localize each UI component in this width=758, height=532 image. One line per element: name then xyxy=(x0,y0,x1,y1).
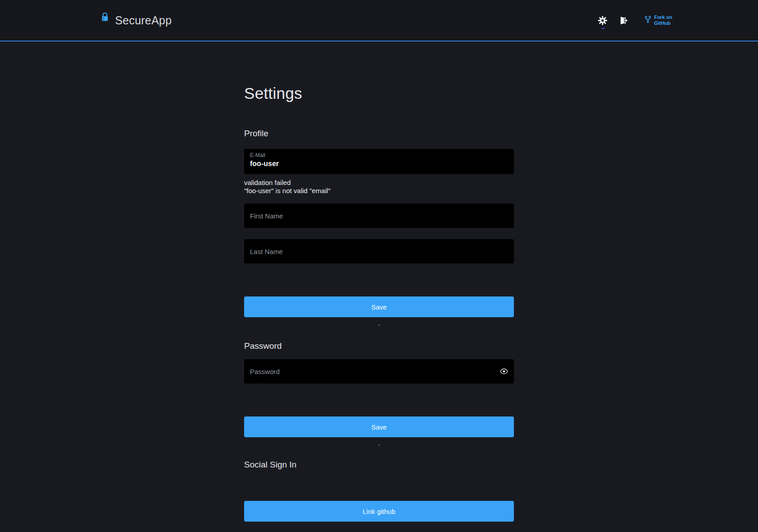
password-save-button[interactable]: Save xyxy=(244,416,514,437)
validation-line-2: "foo-user" is not valid "email" xyxy=(244,187,514,195)
brand[interactable]: SecureApp xyxy=(101,14,172,27)
email-field-label: E-Mail xyxy=(250,152,508,158)
gear-icon xyxy=(598,20,607,27)
last-name-input[interactable] xyxy=(244,239,514,264)
validation-message: validation failed "foo-user" is not vali… xyxy=(244,179,514,195)
first-name-input[interactable] xyxy=(244,204,514,228)
fork-on-github-link[interactable]: Fork on GitHub xyxy=(644,14,672,26)
underscore-artifact xyxy=(601,28,605,29)
eye-icon xyxy=(499,370,508,377)
social-section-heading: Social Sign In xyxy=(244,460,514,470)
validation-line-1: validation failed xyxy=(244,179,514,187)
dot-artifact xyxy=(379,444,380,446)
header-actions: Fork on GitHub xyxy=(598,14,672,26)
email-input[interactable] xyxy=(250,160,508,168)
email-field[interactable]: E-Mail xyxy=(244,149,514,174)
password-input[interactable] xyxy=(244,359,514,384)
dot-artifact xyxy=(379,324,380,326)
settings-button[interactable] xyxy=(598,16,607,25)
lock-icon xyxy=(101,12,109,22)
logout-button[interactable] xyxy=(619,16,629,25)
profile-section-heading: Profile xyxy=(244,129,514,139)
password-section-heading: Password xyxy=(244,341,514,351)
password-field xyxy=(244,359,514,384)
logout-door-icon xyxy=(619,20,629,27)
link-github-button[interactable]: Link github xyxy=(244,501,514,522)
fork-link-text: Fork on GitHub xyxy=(654,14,672,26)
profile-save-button[interactable]: Save xyxy=(244,296,514,317)
page-title: Settings xyxy=(244,84,514,102)
password-visibility-toggle[interactable] xyxy=(499,367,508,376)
brand-title: SecureApp xyxy=(115,14,172,27)
settings-page: Settings Profile E-Mail validation faile… xyxy=(244,84,514,522)
app-header: SecureApp xyxy=(0,0,758,42)
git-fork-icon xyxy=(644,15,652,25)
